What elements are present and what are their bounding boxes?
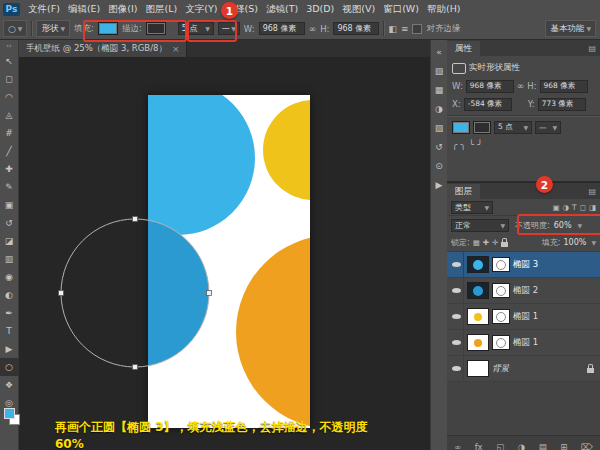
history-panel-icon[interactable]: ↺ [431,137,448,156]
document-tab[interactable]: 手机壁纸 @ 25%（椭圆 3, RGB/8） × [19,40,187,57]
layer-group-icon[interactable]: ▤ [539,442,547,450]
layer-style-icon[interactable]: fx [475,442,483,450]
layer-thumbnail[interactable] [467,334,489,351]
actions-panel-icon[interactable]: ▶ [431,175,448,194]
layer-thumbnail[interactable] [467,308,489,325]
layer-name[interactable]: 椭圆 1 [513,337,538,349]
menu-item[interactable]: 视图(V) [338,0,379,18]
prop-h-field[interactable]: 968 像素 [540,80,588,93]
vector-mask-thumbnail[interactable] [492,257,510,272]
menu-item[interactable]: 滤镜(T) [262,0,302,18]
opacity-value[interactable]: 60% [554,221,572,230]
corner-bottom-left-icon[interactable]: ╰ [469,140,474,150]
layer-fill-value[interactable]: 100% [564,238,587,247]
eraser-tool[interactable]: ◪ [0,232,19,250]
filter-smart-objects-icon[interactable]: ◨ [589,203,596,212]
layer-name[interactable]: 椭圆 2 [513,285,538,297]
workspace-switcher[interactable]: 基本功能 ▼ [545,20,596,37]
collapse-toolbar-icon[interactable]: ‹‹ [6,42,12,52]
shape-width-field[interactable]: 968 像素 [259,22,305,35]
clone-stamp-tool[interactable]: ▣ [0,196,19,214]
adjustment-layer-icon[interactable]: ◑ [518,442,525,450]
corner-top-left-icon[interactable]: ╭ [452,140,457,150]
marquee-tool[interactable]: ◻ [0,70,19,88]
tab-layers[interactable]: 图层 [447,184,480,199]
layer-name[interactable]: 椭圆 3 [513,259,538,271]
align-edges-checkbox[interactable] [412,24,422,34]
prop-y-field[interactable]: 773 像素 [538,98,586,111]
prop-stroke-swatch[interactable] [473,121,491,134]
menu-item[interactable]: 文字(Y) [181,0,221,18]
layer-row[interactable]: 椭圆 2 [447,278,600,304]
filter-type-layers-icon[interactable]: T [572,203,577,212]
vector-mask-thumbnail[interactable] [492,283,510,298]
canvas[interactable]: 再画个正圆【椭圆 3】，填充浅蓝色，去掉描边，不透明度 60% [19,57,430,450]
filter-adjustment-layers-icon[interactable]: ◑ [563,203,570,212]
close-icon[interactable]: × [172,44,180,54]
layer-row[interactable]: 背景 [447,356,600,382]
lasso-tool[interactable]: ◠ [0,88,19,106]
menu-item[interactable]: 编辑(E) [64,0,104,18]
pen-tool[interactable]: ✒ [0,304,19,322]
panel-menu-icon[interactable]: ▤ [588,187,596,196]
filter-pixel-layers-icon[interactable]: ▣ [552,203,559,212]
blur-tool[interactable]: ◉ [0,268,19,286]
swatches-panel-icon[interactable]: ▦ [431,80,448,99]
prop-fill-swatch[interactable] [452,121,470,134]
healing-brush-tool[interactable]: ✚ [0,160,19,178]
layer-thumbnail[interactable] [467,282,489,299]
lock-transparency-icon[interactable]: ▦ [473,238,480,247]
filter-shape-layers-icon[interactable]: ◻ [580,203,586,212]
stroke-color-swatch[interactable] [146,22,166,35]
shape-tool[interactable]: ○ [0,358,19,376]
vector-mask-thumbnail[interactable] [492,309,510,324]
layer-visibility-toggle[interactable] [449,330,464,355]
menu-item[interactable]: 文件(F) [24,0,64,18]
menu-item[interactable]: 帮助(H) [423,0,465,18]
vector-mask-thumbnail[interactable] [492,335,510,350]
foreground-color-swatch[interactable] [4,408,15,419]
layer-name[interactable]: 背景 [492,363,509,375]
styles-panel-icon[interactable]: ▨ [431,118,448,137]
crop-tool[interactable]: # [0,124,19,142]
add-mask-icon[interactable]: ◱ [496,442,504,450]
menu-item[interactable]: 3D(D) [302,0,338,18]
layer-row[interactable]: 椭圆 1 [447,330,600,356]
blend-mode-dropdown[interactable]: 正常 ▼ [451,219,509,232]
layer-thumbnail[interactable] [467,256,489,273]
collapse-panels-icon[interactable]: « [431,42,448,61]
tool-mode-dropdown[interactable]: 形状 ▼ [36,20,70,37]
history-brush-tool[interactable]: ↺ [0,214,19,232]
adjustments-panel-icon[interactable]: ◑ [431,99,448,118]
corner-top-right-icon[interactable]: ╮ [460,140,465,150]
layer-filter-dropdown[interactable]: 类型 ▼ [451,201,493,214]
lock-position-icon[interactable]: ✛ [492,238,498,247]
path-alignment-icon[interactable]: ≡ [401,24,409,34]
panel-menu-icon[interactable]: ▤ [588,44,596,53]
path-operations-icon[interactable]: ◧ [388,24,397,34]
type-tool[interactable]: T [0,322,19,340]
menu-item[interactable]: 图层(L) [142,0,182,18]
dodge-tool[interactable]: ◐ [0,286,19,304]
layer-thumbnail[interactable] [467,360,489,377]
link-dimensions-icon[interactable]: ∞ [517,81,525,91]
quick-selection-tool[interactable]: ◬ [0,106,19,124]
stroke-style-dropdown[interactable]: — ▼ [218,22,240,35]
lock-pixels-icon[interactable]: ✚ [483,238,489,247]
delete-layer-icon[interactable]: ⌦ [581,442,593,450]
corner-bottom-right-icon[interactable]: ╯ [477,140,482,150]
prop-x-field[interactable]: -584 像素 [464,98,512,111]
prop-stroke-style-dropdown[interactable]: — ▼ [535,121,561,134]
color-panel-icon[interactable]: ▧ [431,61,448,80]
layer-visibility-toggle[interactable] [449,304,464,329]
hand-tool[interactable]: ❖ [0,376,19,394]
layer-visibility-toggle[interactable] [449,356,464,381]
info-panel-icon[interactable]: ⊙ [431,156,448,175]
new-layer-icon[interactable]: ⊞ [560,442,567,450]
layer-row[interactable]: 椭圆 1 [447,304,600,330]
lock-all-icon[interactable] [501,242,508,247]
layer-row[interactable]: 椭圆 3 [447,252,600,278]
menu-item[interactable]: 图像(I) [104,0,141,18]
layer-visibility-toggle[interactable] [449,278,464,303]
gradient-tool[interactable]: ▥ [0,250,19,268]
